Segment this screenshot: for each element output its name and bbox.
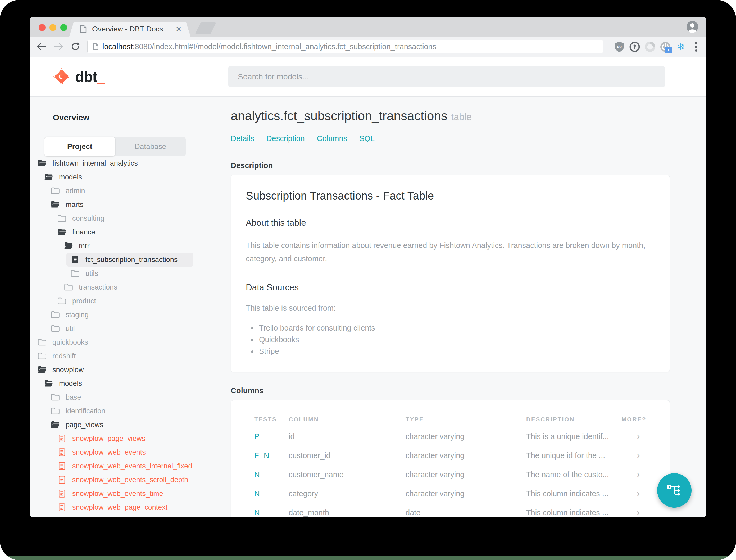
tree-item[interactable]: consulting [30,211,231,225]
search-input[interactable] [238,72,655,81]
tree-item[interactable]: identification [30,404,231,418]
svg-text:uo: uo [617,44,622,48]
url-path: :8080/index.html#!/model/model.fishtown_… [133,42,436,51]
tree-item-label: snowplow_page_views [72,435,145,443]
forward-button[interactable] [52,40,65,53]
cell-description: The name of the custo... [526,470,621,479]
model-nav: DetailsDescriptionColumnsSQL [231,134,670,143]
table-row[interactable]: N customer_name character varying The na… [231,465,670,484]
dbt-logo-icon [53,68,70,85]
data-source-item: Stripe [258,345,655,357]
header-column: COLUMN [289,416,405,423]
row-expand-chevron-icon[interactable]: › [621,469,646,480]
folder-open-icon [44,380,53,387]
browser-profile-avatar[interactable] [686,21,698,33]
folder-icon [51,311,60,319]
folder-icon [64,283,73,291]
close-window-button[interactable] [39,24,46,31]
dbt-logo[interactable]: dbt_ [53,68,105,85]
folder-icon [38,352,47,360]
minimize-window-button[interactable] [49,24,56,31]
tree-item[interactable]: snowplow [30,363,231,377]
model-nav-link[interactable]: SQL [359,134,374,143]
lineage-graph-button[interactable] [657,473,692,508]
tree-item[interactable]: quickbooks [30,335,231,349]
tree-item[interactable]: page_views [30,418,231,432]
snowflake-icon[interactable]: ❄ [675,41,687,53]
extension-disc-icon[interactable] [644,41,656,53]
model-file-error-icon [57,435,66,442]
tree-item[interactable]: util [30,322,231,335]
model-search[interactable] [228,66,665,87]
row-expand-chevron-icon[interactable]: › [621,431,646,442]
tree-item[interactable]: snowplow_web_events [30,445,231,459]
cell-tests[interactable]: P [254,432,289,441]
model-nav-link[interactable]: Description [267,134,305,143]
zoom-window-button[interactable] [60,24,67,31]
row-expand-chevron-icon[interactable]: › [621,488,646,499]
tree-item[interactable]: models [30,377,231,390]
reload-button[interactable] [69,40,82,53]
back-button[interactable] [35,40,48,53]
tree-item[interactable]: transactions [30,280,231,294]
table-row[interactable]: N category character varying This column… [231,484,670,503]
tree-item[interactable]: marts [30,198,231,211]
cell-column-name: customer_name [289,470,405,479]
reload-icon [71,42,80,51]
tree-item[interactable]: fct_subscription_transactions [30,253,231,267]
cell-tests[interactable]: N [254,489,289,498]
table-row[interactable]: N date_month date This column indicates … [231,503,670,517]
table-row[interactable]: F N customer_id character varying The un… [231,446,670,465]
tree-item[interactable]: staging [30,308,231,322]
tree-item[interactable]: snowplow_page_views [30,432,231,445]
tree-item[interactable]: admin [30,184,231,198]
tree-item[interactable]: utils [30,267,231,280]
tree-item[interactable]: models [30,170,231,184]
tree-item-label: identification [66,407,105,415]
cell-tests[interactable]: N [254,470,289,479]
url-bar[interactable]: localhost:8080/index.html#!/model/model.… [87,40,603,53]
model-file-error-icon [57,490,66,498]
row-expand-chevron-icon[interactable]: › [621,507,646,517]
tree-item[interactable]: snowplow_web_events_scroll_depth [30,473,231,487]
folder-icon [51,393,60,401]
tree-item[interactable]: snowplow_web_page_context [30,500,231,514]
tree-item[interactable]: product [30,294,231,308]
tree-item-label: consulting [72,214,105,223]
model-nav-link[interactable]: Details [231,134,254,143]
tree-item[interactable]: finance [30,225,231,239]
tree-item[interactable]: snowplow_web_events_time [30,487,231,500]
description-card: Subscription Transactions - Fact Table A… [231,175,670,372]
browser-menu-icon[interactable] [690,41,702,53]
toggle-database[interactable]: Database [115,137,186,156]
tree-item[interactable]: redshift [30,349,231,363]
columns-table-header: TESTS COLUMN TYPE DESCRIPTION MORE? [231,412,670,427]
table-row[interactable]: P id character varying This is a unique … [231,427,670,446]
onepassword-icon[interactable] [629,41,641,53]
toggle-project[interactable]: Project [44,137,115,156]
dbt-logo-cursor: _ [97,68,105,85]
cell-tests[interactable]: N [254,508,289,517]
sidebar-overview-link[interactable]: Overview [53,112,231,123]
back-arrow-icon [38,43,46,50]
folder-open-icon [38,159,47,167]
tree-item[interactable]: base [30,390,231,404]
ublock-origin-icon[interactable]: uo [613,41,625,53]
model-file-icon [71,256,80,264]
power-toggle-icon[interactable]: x [659,41,671,53]
tree-item[interactable]: mrr [30,239,231,253]
cell-tests[interactable]: F N [254,451,289,460]
data-sources-intro: This table is sourced from: [246,304,655,313]
row-expand-chevron-icon[interactable]: › [621,450,646,461]
tab-close-icon[interactable]: ✕ [176,25,182,33]
model-nav-link[interactable]: Columns [317,134,347,143]
tree-item-label: marts [66,201,84,209]
tree-item[interactable]: snowplow_web_events_internal_fixed [30,459,231,473]
tree-item[interactable]: fishtown_internal_analytics [30,156,231,170]
tree-item-label: snowplow_web_events_time [72,490,163,498]
new-tab-button[interactable] [195,22,216,34]
browser-tab[interactable]: Overview - DBT Docs ✕ [69,22,191,37]
page-title: analytics.fct_subscription_transactionst… [231,108,670,125]
columns-table-body: P id character varying This is a unique … [231,427,670,517]
extension-icons: uo [613,37,702,57]
